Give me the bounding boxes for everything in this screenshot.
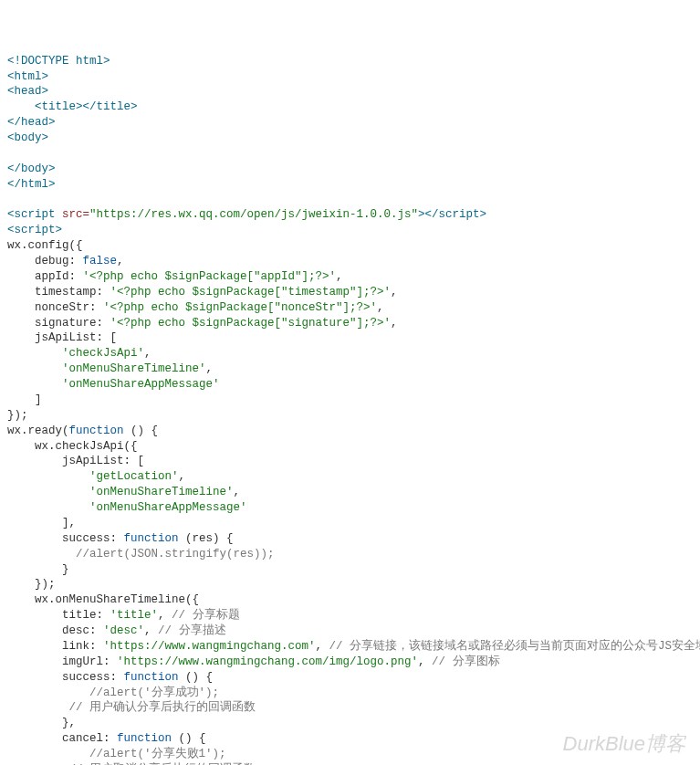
code-token: () { (124, 424, 159, 437)
code-line: ] (7, 393, 693, 408)
code-token: , (179, 470, 186, 483)
code-token (7, 748, 89, 760)
code-token: 'https://www.wangmingchang.com/img/logo.… (117, 655, 418, 668)
code-token: // 分享图标 (432, 655, 500, 668)
code-token: 'onMenuShareAppMessage' (89, 501, 247, 514)
code-token: wx.checkJsApi({ (7, 440, 138, 453)
code-token: function (124, 671, 179, 684)
code-token: 'https://www.wangmingchang.com' (103, 640, 316, 653)
code-token (7, 378, 62, 391)
code-token (7, 686, 89, 699)
code-token: wx.config({ (7, 239, 83, 252)
code-line: jsApiList: [ (7, 330, 693, 346)
code-token: '<?php echo $signPackage["timestamp"];?>… (110, 286, 392, 299)
code-line: <body> (7, 131, 693, 146)
code-token: } (7, 563, 69, 576)
code-line: success: function () { (7, 670, 693, 686)
code-token: debug: (7, 255, 83, 267)
code-token: link: (7, 640, 103, 653)
code-line: wx.ready(function () { (7, 424, 693, 439)
code-token: 'onMenuShareTimeline' (89, 486, 234, 498)
code-line: } (7, 562, 693, 578)
code-line: </head> (7, 115, 693, 131)
code-line (7, 193, 693, 208)
code-token: <html> (7, 70, 48, 83)
code-line: <script> (7, 223, 693, 238)
code-line: }, (7, 716, 693, 731)
code-token: 'onMenuShareTimeline' (62, 362, 206, 375)
code-line: timestamp: '<?php echo $signPackage["tim… (7, 285, 693, 300)
code-token: cancel: (7, 732, 117, 745)
code-token (7, 100, 35, 113)
code-line: </body> (7, 162, 693, 177)
code-token: timestamp: (7, 286, 110, 299)
code-line: <html> (7, 69, 693, 85)
code-token: <head> (7, 85, 48, 98)
code-token: , (234, 486, 241, 498)
code-token: </title> (83, 100, 138, 113)
code-token: , (206, 362, 214, 375)
code-token: 'title' (110, 609, 159, 622)
code-token: src= (62, 208, 89, 221)
code-line: //alert('分享成功'); (7, 686, 693, 701)
code-token: "https://res.wx.qq.com/open/js/jweixin-1… (89, 208, 418, 221)
code-token: , (418, 655, 432, 668)
code-token: }); (7, 578, 56, 591)
code-token: desc: (7, 624, 103, 637)
code-token: </body> (7, 162, 56, 175)
code-token: // 用户确认分享后执行的回调函数 (69, 701, 256, 714)
code-line: nonceStr: '<?php echo $signPackage["nonc… (7, 300, 693, 316)
code-line: wx.config({ (7, 238, 693, 254)
code-token: <script (7, 208, 62, 221)
code-line: 'getLocation', (7, 469, 693, 485)
code-token: , (117, 255, 124, 267)
code-token: '<?php echo $signPackage["nonceStr"];?>' (103, 301, 377, 314)
code-token (7, 347, 62, 360)
code-line: cancel: function () { (7, 731, 693, 747)
code-line: jsApiList: [ (7, 454, 693, 469)
code-token (7, 501, 89, 514)
code-line: success: function (res) { (7, 531, 693, 547)
code-token: // 分享描述 (158, 624, 226, 637)
code-token: signature: (7, 317, 110, 330)
code-line: wx.onMenuShareTimeline({ (7, 592, 693, 608)
code-token (7, 548, 76, 561)
code-line: </html> (7, 177, 693, 193)
code-token: 'desc' (103, 624, 144, 637)
code-token: wx.onMenuShareTimeline({ (7, 593, 199, 606)
code-token: , (336, 270, 343, 283)
code-token (7, 470, 89, 483)
code-token: wx.ready( (7, 424, 69, 437)
code-token: jsApiList: [ (7, 331, 117, 344)
code-token: 'onMenuShareAppMessage' (62, 378, 220, 391)
code-token: 'checkJsApi' (62, 347, 144, 360)
code-token: </script> (425, 208, 487, 221)
code-token: success: (7, 532, 124, 545)
code-line: desc: 'desc', // 分享描述 (7, 624, 693, 639)
code-token: , (391, 286, 398, 299)
code-token: </head> (7, 116, 56, 129)
code-line: 'checkJsApi', (7, 346, 693, 362)
code-token: //alert(JSON.stringify(res)); (76, 548, 275, 561)
code-token: () { (179, 671, 214, 684)
code-line: 'onMenuShareTimeline', (7, 485, 693, 500)
code-line: <head> (7, 84, 693, 100)
code-line: // 用户确认分享后执行的回调函数 (7, 700, 693, 716)
code-token: nonceStr: (7, 301, 103, 314)
code-line: //alert(JSON.stringify(res)); (7, 547, 693, 562)
code-token: , (377, 301, 384, 314)
code-token: }, (7, 717, 76, 729)
code-line (7, 146, 693, 162)
code-line: <!DOCTYPE html> (7, 54, 693, 69)
code-token: '<?php echo $signPackage["signature"];?>… (110, 317, 392, 330)
code-token: , (391, 317, 398, 330)
code-token: ] (7, 393, 42, 406)
code-token: success: (7, 671, 124, 684)
code-token: , (316, 640, 329, 653)
code-line: link: 'https://www.wangmingchang.com', /… (7, 639, 693, 655)
code-token: function (69, 424, 124, 437)
code-token: function (124, 532, 179, 545)
code-token: <body> (7, 131, 48, 144)
code-token: , (158, 609, 172, 622)
code-token: <!DOCTYPE html> (7, 55, 110, 68)
